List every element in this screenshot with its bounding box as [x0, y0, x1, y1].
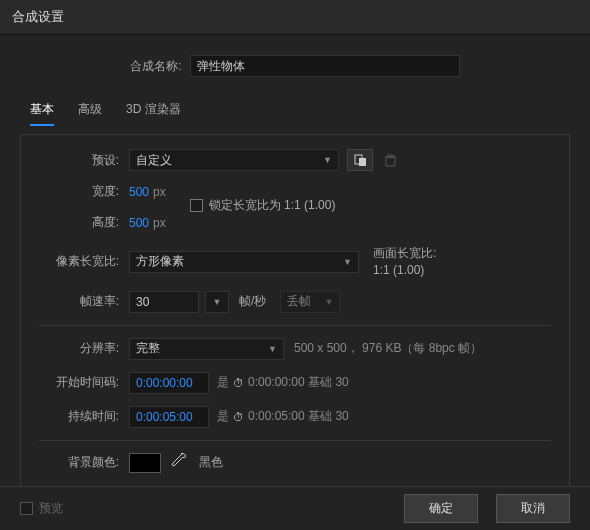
bgcolor-swatch[interactable] — [129, 453, 161, 473]
resolution-label: 分辨率: — [39, 340, 129, 357]
preset-row: 预设: 自定义 ▼ — [39, 149, 551, 171]
height-label: 高度: — [39, 214, 129, 231]
width-unit: px — [153, 185, 166, 199]
stopwatch-icon: ⏱ — [233, 377, 244, 389]
preset-value: 自定义 — [136, 152, 172, 169]
lock-aspect-checkbox[interactable] — [190, 199, 203, 212]
height-value[interactable]: 500 — [129, 216, 149, 230]
eyedropper-button[interactable] — [171, 453, 187, 472]
resolution-row: 分辨率: 完整 ▼ 500 x 500， 976 KB（每 8bpc 帧） — [39, 338, 551, 360]
basic-panel: 预设: 自定义 ▼ 宽度: 500 px — [20, 134, 570, 506]
start-is: 是 — [217, 374, 229, 391]
duration-meta: 是 ⏱ 0:00:05:00 基础 30 — [217, 408, 349, 425]
height-unit: px — [153, 216, 166, 230]
framerate-row: 帧速率: 30 ▼ 帧/秒 丢帧 ▼ — [39, 291, 551, 313]
tab-basic[interactable]: 基本 — [30, 97, 54, 126]
pixel-aspect-select[interactable]: 方形像素 ▼ — [129, 251, 359, 273]
bgcolor-label: 背景颜色: — [39, 454, 129, 471]
tab-advanced[interactable]: 高级 — [78, 97, 102, 126]
dialog-footer: 预览 确定 取消 — [0, 486, 590, 530]
ok-button[interactable]: 确定 — [404, 494, 478, 523]
bgcolor-row: 背景颜色: 黑色 — [39, 453, 551, 473]
preview-row: 预览 — [20, 500, 63, 517]
framerate-label: 帧速率: — [39, 293, 129, 310]
dropframe-select: 丢帧 ▼ — [280, 291, 340, 313]
resolution-select[interactable]: 完整 ▼ — [129, 338, 284, 360]
save-preset-icon — [354, 154, 367, 167]
framerate-value: 30 — [136, 295, 149, 309]
frame-aspect-label: 画面长宽比: — [373, 245, 436, 262]
pixel-aspect-value: 方形像素 — [136, 253, 184, 270]
width-label: 宽度: — [39, 183, 129, 200]
frame-aspect-info: 画面长宽比: 1:1 (1.00) — [373, 245, 436, 279]
duration-is: 是 — [217, 408, 229, 425]
lock-aspect-label: 锁定长宽比为 1:1 (1.00) — [209, 197, 336, 214]
chevron-down-icon: ▼ — [213, 297, 222, 307]
start-time-meta: 是 ⏱ 0:00:00:00 基础 30 — [217, 374, 349, 391]
preview-label: 预览 — [39, 500, 63, 517]
tab-renderer[interactable]: 3D 渲染器 — [126, 97, 181, 126]
tabs: 基本 高级 3D 渲染器 — [20, 97, 570, 126]
duration-meta-text: 0:00:05:00 基础 30 — [248, 408, 349, 425]
start-time-input[interactable] — [129, 372, 209, 394]
chevron-down-icon: ▼ — [343, 257, 352, 267]
start-time-label: 开始时间码: — [39, 374, 129, 391]
width-value[interactable]: 500 — [129, 185, 149, 199]
delete-preset-button[interactable] — [377, 149, 403, 171]
dimensions-block: 宽度: 500 px 高度: 500 px 锁定长宽比为 1:1 (1.00) — [39, 183, 551, 231]
divider — [39, 440, 551, 441]
preview-checkbox[interactable] — [20, 502, 33, 515]
bgcolor-name: 黑色 — [199, 454, 223, 471]
pixel-aspect-row: 像素长宽比: 方形像素 ▼ 画面长宽比: 1:1 (1.00) — [39, 245, 551, 279]
preset-label: 预设: — [39, 152, 129, 169]
cancel-button[interactable]: 取消 — [496, 494, 570, 523]
comp-name-label: 合成名称: — [130, 58, 181, 75]
svg-rect-1 — [359, 158, 366, 166]
dropframe-value: 丢帧 — [287, 293, 311, 310]
eyedropper-icon — [171, 453, 187, 469]
resolution-info: 500 x 500， 976 KB（每 8bpc 帧） — [294, 340, 482, 357]
height-row: 高度: 500 px — [39, 214, 166, 231]
dialog-title: 合成设置 — [0, 0, 590, 35]
resolution-value: 完整 — [136, 340, 160, 357]
comp-name-row: 合成名称: — [20, 55, 570, 77]
comp-name-input[interactable] — [190, 55, 460, 77]
trash-icon — [385, 154, 396, 167]
framerate-input[interactable]: 30 — [129, 291, 199, 313]
dialog-content: 合成名称: 基本 高级 3D 渲染器 预设: 自定义 ▼ — [0, 35, 590, 506]
chevron-down-icon: ▼ — [268, 344, 277, 354]
width-row: 宽度: 500 px — [39, 183, 166, 200]
stopwatch-icon: ⏱ — [233, 411, 244, 423]
divider — [39, 325, 551, 326]
duration-label: 持续时间: — [39, 408, 129, 425]
composition-settings-dialog: 合成设置 合成名称: 基本 高级 3D 渲染器 预设: 自定义 ▼ — [0, 0, 590, 530]
preset-select[interactable]: 自定义 ▼ — [129, 149, 339, 171]
frame-aspect-value: 1:1 (1.00) — [373, 262, 436, 279]
button-group: 确定 取消 — [404, 494, 570, 523]
chevron-down-icon: ▼ — [323, 155, 332, 165]
start-time-row: 开始时间码: 是 ⏱ 0:00:00:00 基础 30 — [39, 372, 551, 394]
pixel-aspect-label: 像素长宽比: — [39, 253, 129, 270]
duration-input[interactable] — [129, 406, 209, 428]
lock-aspect-row: 锁定长宽比为 1:1 (1.00) — [190, 183, 336, 214]
framerate-dropdown[interactable]: ▼ — [205, 291, 229, 313]
start-meta-text: 0:00:00:00 基础 30 — [248, 374, 349, 391]
chevron-down-icon: ▼ — [324, 297, 333, 307]
duration-row: 持续时间: 是 ⏱ 0:00:05:00 基础 30 — [39, 406, 551, 428]
save-preset-button[interactable] — [347, 149, 373, 171]
framerate-unit: 帧/秒 — [239, 293, 266, 310]
